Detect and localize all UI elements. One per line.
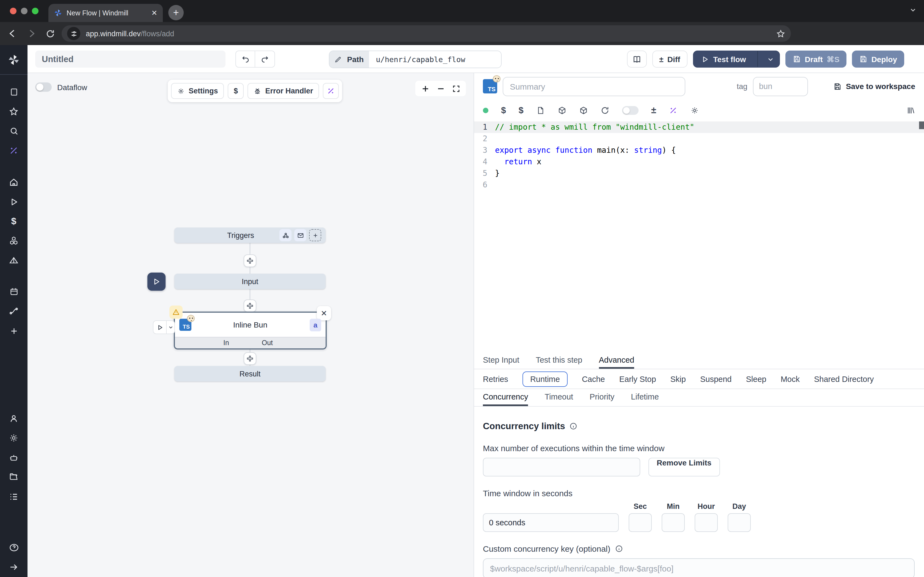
url-bar[interactable]: app.windmill.dev/flows/add — [61, 25, 791, 42]
flow-variables-button[interactable]: $ — [228, 83, 244, 99]
path-input[interactable] — [369, 51, 501, 68]
sidebar-calendar-icon[interactable] — [0, 282, 27, 301]
tab-suspend[interactable]: Suspend — [700, 374, 732, 383]
tab-close-icon[interactable]: ✕ — [151, 9, 157, 17]
tab-lifetime[interactable]: Lifetime — [631, 389, 659, 406]
tab-priority[interactable]: Priority — [590, 389, 614, 406]
sidebar-add-icon[interactable] — [0, 321, 27, 340]
sec-input[interactable] — [628, 513, 652, 532]
tab-runtime[interactable]: Runtime — [522, 371, 568, 387]
sidebar-expand-icon[interactable] — [0, 558, 27, 577]
test-flow-button[interactable]: Test flow — [693, 50, 780, 68]
flow-canvas[interactable]: Dataflow Settings $ Error Handler — [27, 73, 474, 577]
step-out-button[interactable]: Out — [262, 339, 273, 347]
new-tab-button[interactable]: + — [168, 5, 184, 20]
zoom-in-button[interactable] — [418, 82, 432, 95]
sidebar-logs-icon[interactable] — [0, 487, 27, 506]
editor-settings-gear-icon[interactable] — [690, 106, 699, 115]
add-trigger-button[interactable] — [309, 229, 321, 241]
test-flow-dropdown[interactable] — [762, 51, 780, 67]
diff-icon[interactable]: ± — [651, 105, 656, 116]
back-icon[interactable] — [3, 24, 22, 43]
script-file-icon[interactable] — [536, 106, 545, 115]
traffic-close-button[interactable] — [10, 8, 16, 14]
summary-input[interactable] — [503, 77, 685, 96]
tab-retries[interactable]: Retries — [483, 374, 508, 383]
sidebar-favorites-icon[interactable] — [0, 102, 27, 121]
edit-pencil-icon[interactable] — [330, 51, 346, 68]
sidebar-folders-icon[interactable] — [0, 467, 27, 487]
tag-input[interactable] — [753, 77, 808, 96]
library-icon[interactable] — [906, 106, 915, 115]
code-line[interactable]: 5} — [474, 168, 924, 179]
dataflow-toggle[interactable] — [35, 82, 52, 92]
package-icon[interactable] — [579, 106, 588, 115]
save-to-workspace-button[interactable]: Save to workspace — [833, 82, 915, 91]
editor-scrollbar[interactable] — [919, 121, 924, 129]
sidebar-settings-icon[interactable] — [0, 428, 27, 448]
sidebar-ai-wand-icon[interactable] — [0, 141, 27, 160]
forward-icon[interactable] — [22, 24, 41, 43]
sidebar-home-icon[interactable] — [0, 172, 27, 192]
diff-button[interactable]: ± Diff — [652, 50, 687, 68]
code-line[interactable]: 3export async function main(x: string) { — [474, 145, 924, 156]
hour-input[interactable] — [695, 513, 718, 532]
run-step-chevron-button[interactable] — [166, 321, 175, 334]
result-node[interactable]: Result — [174, 366, 326, 381]
tab-timeout[interactable]: Timeout — [544, 389, 573, 406]
sidebar-runs-icon[interactable] — [0, 192, 27, 211]
tab-sleep[interactable]: Sleep — [746, 374, 766, 383]
custom-key-input[interactable] — [483, 558, 915, 577]
tab-test-this-step[interactable]: Test this step — [536, 352, 582, 369]
variables-icon[interactable]: $ — [501, 105, 506, 115]
flow-name-input[interactable] — [35, 50, 226, 68]
tab-early-stop[interactable]: Early Stop — [619, 374, 656, 383]
site-settings-icon[interactable] — [67, 27, 80, 40]
run-step-play-button[interactable] — [153, 321, 166, 334]
sidebar-workspace-icon[interactable] — [0, 82, 27, 102]
windmill-logo[interactable] — [8, 54, 20, 66]
flow-settings-button[interactable]: Settings — [171, 83, 224, 99]
remove-limits-button[interactable]: Remove Limits — [648, 458, 720, 476]
sidebar-resources-icon[interactable] — [0, 231, 27, 251]
sidebar-users-icon[interactable] — [0, 409, 27, 428]
reload-icon[interactable] — [41, 24, 60, 43]
sidebar-help-icon[interactable] — [0, 538, 27, 558]
mail-trigger-icon[interactable] — [294, 229, 306, 241]
traffic-minimize-button[interactable] — [21, 8, 27, 14]
step-in-button[interactable]: In — [223, 339, 229, 347]
input-node[interactable]: Input — [174, 274, 326, 289]
insert-step-button[interactable] — [244, 255, 256, 267]
tab-shared-directory[interactable]: Shared Directory — [814, 374, 874, 383]
bookmark-star-icon[interactable] — [776, 29, 785, 38]
min-input[interactable] — [662, 513, 685, 532]
deploy-button[interactable]: Deploy — [852, 50, 904, 68]
docs-book-button[interactable] — [627, 50, 646, 68]
undo-button[interactable] — [236, 50, 255, 68]
code-line[interactable]: 4 return x — [474, 156, 924, 168]
redo-button[interactable] — [255, 50, 275, 68]
webhook-icon[interactable] — [279, 229, 291, 241]
ai-wand-icon[interactable] — [669, 106, 678, 115]
step-header[interactable]: TS Inline Bun a — [175, 313, 326, 337]
browser-tab[interactable]: New Flow | Windmill ✕ — [48, 4, 163, 22]
sidebar-workers-icon[interactable] — [0, 448, 27, 467]
sidebar-variables-icon[interactable]: $ — [0, 211, 27, 231]
insert-step-button[interactable] — [244, 300, 256, 312]
run-flow-play-button[interactable] — [147, 272, 166, 291]
editor-toggle[interactable] — [622, 106, 638, 115]
sidebar-schedules-icon[interactable] — [0, 251, 27, 270]
tab-search-chevron-icon[interactable] — [910, 6, 916, 13]
tab-mock[interactable]: Mock — [781, 374, 800, 383]
sidebar-search-icon[interactable] — [0, 121, 27, 141]
tab-concurrency[interactable]: Concurrency — [483, 389, 528, 406]
fit-view-button[interactable] — [449, 82, 462, 95]
time-window-input[interactable] — [483, 513, 619, 532]
day-input[interactable] — [728, 513, 751, 532]
insert-step-button[interactable] — [244, 352, 256, 365]
tab-advanced[interactable]: Advanced — [599, 352, 634, 369]
tab-skip[interactable]: Skip — [670, 374, 686, 383]
code-line[interactable]: 6 — [474, 179, 924, 191]
reset-icon[interactable] — [601, 106, 609, 115]
traffic-zoom-button[interactable] — [32, 8, 39, 14]
